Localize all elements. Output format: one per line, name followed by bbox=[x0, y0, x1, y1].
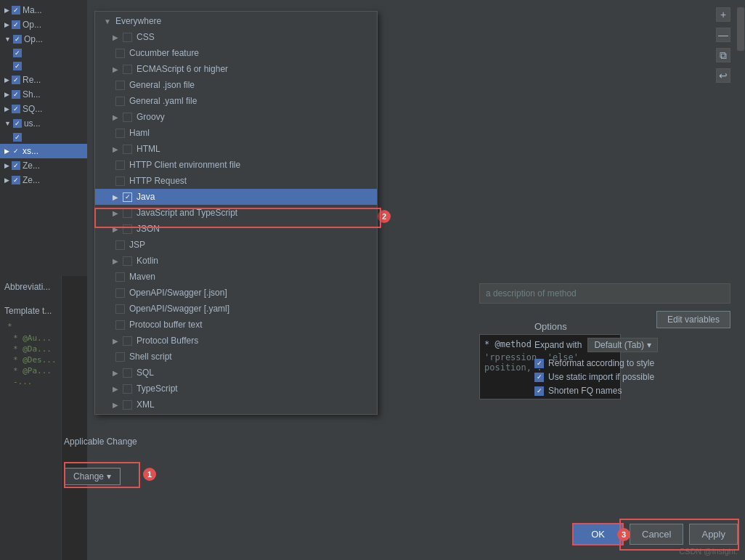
checkbox-us[interactable]: ✓ bbox=[13, 119, 22, 128]
dropdown-item-xml[interactable]: ▶ XML bbox=[95, 397, 377, 413]
dropdown-item-json-type[interactable]: ▶ JSON bbox=[95, 221, 377, 237]
dropdown-item-groovy[interactable]: ▶ Groovy bbox=[95, 109, 377, 125]
checkbox-css[interactable] bbox=[123, 33, 132, 42]
expand-with-select[interactable]: Default (Tab) ▾ bbox=[587, 338, 658, 352]
checkbox-typescript[interactable] bbox=[123, 384, 132, 394]
checkbox-sql[interactable] bbox=[123, 368, 132, 378]
tree-item-ze2[interactable]: ▶ ✓ Ze... bbox=[0, 173, 87, 187]
dropdown-item-proto-text[interactable]: Protocol buffer text bbox=[95, 317, 377, 333]
checkbox-jsp[interactable] bbox=[115, 240, 125, 250]
checkbox-ze2[interactable]: ✓ bbox=[12, 176, 20, 184]
checkbox-ze1[interactable]: ✓ bbox=[12, 161, 20, 170]
dropdown-header-item[interactable]: ▼ Everywhere bbox=[95, 13, 377, 29]
change-button[interactable]: Change ▾ bbox=[64, 468, 121, 485]
apply-button[interactable]: Apply bbox=[689, 524, 738, 545]
reformat-row: ✓ Reformat according to style bbox=[534, 358, 730, 368]
tree-item-sq[interactable]: ▶ ✓ SQ... bbox=[0, 102, 87, 116]
checkbox-op1[interactable]: ✓ bbox=[12, 20, 20, 29]
tree-item-sub1[interactable]: ✓ bbox=[0, 46, 87, 60]
reformat-checkbox[interactable]: ✓ bbox=[534, 359, 544, 368]
expand-icon: ▶ bbox=[113, 33, 118, 41]
checkbox-proto-text[interactable] bbox=[115, 320, 125, 330]
checkbox-openapi-yaml[interactable] bbox=[115, 304, 125, 314]
dropdown-item-maven[interactable]: Maven bbox=[95, 269, 377, 285]
checkbox-maven[interactable] bbox=[115, 272, 125, 282]
checkbox-op2[interactable]: ✓ bbox=[13, 35, 22, 44]
dropdown-item-openapi-json[interactable]: OpenAPI/Swagger [.json] bbox=[95, 285, 377, 301]
dropdown-item-jsp[interactable]: JSP bbox=[95, 237, 377, 253]
dropdown-item-css[interactable]: ▶ CSS bbox=[95, 29, 377, 45]
scrollbar-thumb[interactable] bbox=[737, 7, 744, 51]
checkbox-shell[interactable] bbox=[115, 352, 125, 362]
dropdown-item-kotlin[interactable]: ▶ Kotlin bbox=[95, 253, 377, 269]
dropdown-item-openapi-yaml[interactable]: OpenAPI/Swagger [.yaml] bbox=[95, 301, 377, 317]
dropdown-item-json[interactable]: General .json file bbox=[95, 77, 377, 93]
dropdown-item-sql[interactable]: ▶ SQL bbox=[95, 365, 377, 381]
dropdown-item-haml[interactable]: Haml bbox=[95, 125, 377, 141]
checkbox-js-ts[interactable] bbox=[123, 208, 132, 218]
checkbox-proto-buffers[interactable] bbox=[123, 336, 132, 346]
dropdown-item-cucumber[interactable]: Cucumber feature bbox=[95, 45, 377, 61]
checkbox-re[interactable]: ✓ bbox=[12, 76, 20, 84]
dropdown-item-proto-buffers[interactable]: ▶ Protocol Buffers bbox=[95, 333, 377, 349]
tree-item-sub2[interactable]: ✓ bbox=[0, 60, 87, 73]
checkbox-http-env[interactable] bbox=[115, 161, 125, 170]
static-import-checkbox[interactable]: ✓ bbox=[534, 373, 544, 382]
checkbox-yaml-file[interactable] bbox=[115, 97, 125, 106]
checkbox-groovy[interactable] bbox=[123, 113, 132, 122]
checkbox-http-req[interactable] bbox=[115, 176, 125, 186]
dropdown-item-js-ts[interactable]: ▶ JavaScript and TypeScript bbox=[95, 205, 377, 221]
checkbox-sub2[interactable]: ✓ bbox=[13, 62, 22, 70]
shorten-fq-checkbox[interactable]: ✓ bbox=[534, 386, 544, 396]
checkbox-kotlin[interactable] bbox=[123, 256, 132, 266]
dropdown-item-http-env[interactable]: HTTP Client environment file bbox=[95, 157, 377, 173]
dropdown-label-groovy: Groovy bbox=[137, 112, 165, 122]
expand-icon: ▶ bbox=[113, 113, 118, 121]
copy-button[interactable]: ⧉ bbox=[716, 48, 730, 62]
tree-item-op1[interactable]: ▶ ✓ Op... bbox=[0, 17, 87, 32]
checkbox-us-sub[interactable]: ✓ bbox=[13, 133, 22, 142]
dropdown-item-http-req[interactable]: HTTP Request bbox=[95, 173, 377, 189]
checkbox-json-type[interactable] bbox=[123, 224, 132, 234]
tree-item-ma[interactable]: ▶ ✓ Ma... bbox=[0, 3, 87, 17]
tree-item-re[interactable]: ▶ ✓ Re... bbox=[0, 73, 87, 87]
checkbox-openapi-json[interactable] bbox=[115, 288, 125, 298]
tree-item-ze1[interactable]: ▶ ✓ Ze... bbox=[0, 158, 87, 173]
tree-item-xs[interactable]: ▶ ✓ xs... bbox=[0, 144, 87, 158]
dropdown-item-ecma[interactable]: ▶ ECMAScript 6 or higher bbox=[95, 61, 377, 77]
expand-with-value: Default (Tab) bbox=[594, 340, 644, 350]
checkbox-haml[interactable] bbox=[115, 129, 125, 138]
checkbox-ecma[interactable] bbox=[123, 65, 132, 74]
tree-item-us-sub[interactable]: ✓ bbox=[0, 131, 87, 144]
checkbox-json-file[interactable] bbox=[115, 81, 125, 90]
tree-item-sh[interactable]: ▶ ✓ Sh... bbox=[0, 87, 87, 102]
add-button[interactable]: + bbox=[716, 7, 730, 22]
dropdown-label-proto-text: Protocol buffer text bbox=[129, 320, 203, 330]
top-toolbar: + — ⧉ ↩ bbox=[716, 7, 730, 83]
checkbox-cucumber[interactable] bbox=[115, 49, 125, 58]
expand-arrow: ▶ bbox=[4, 91, 9, 98]
dropdown-label-json-type: JSON bbox=[137, 224, 160, 234]
ok-button[interactable]: OK bbox=[572, 523, 624, 545]
scrollbar[interactable] bbox=[735, 0, 745, 276]
dropdown-item-typescript[interactable]: ▶ TypeScript bbox=[95, 381, 377, 397]
checkbox-html[interactable] bbox=[123, 145, 132, 154]
dropdown-label-css: CSS bbox=[137, 32, 155, 42]
tree-item-us[interactable]: ▼ ✓ us... bbox=[0, 116, 87, 131]
checkbox-xs[interactable]: ✓ bbox=[12, 147, 20, 155]
expand-arrow: ▶ bbox=[4, 76, 9, 84]
dropdown-item-yaml[interactable]: General .yaml file bbox=[95, 93, 377, 109]
dropdown-item-shell[interactable]: Shell script bbox=[95, 349, 377, 365]
checkbox-java[interactable]: ✓ bbox=[123, 192, 132, 202]
checkbox-xml[interactable] bbox=[123, 400, 132, 410]
checkbox-ma[interactable]: ✓ bbox=[12, 6, 20, 15]
undo-button[interactable]: ↩ bbox=[716, 68, 730, 83]
checkbox-sh[interactable]: ✓ bbox=[12, 90, 20, 99]
checkbox-sq[interactable]: ✓ bbox=[12, 105, 20, 113]
remove-button[interactable]: — bbox=[716, 28, 730, 42]
cancel-button[interactable]: Cancel bbox=[630, 524, 683, 545]
checkbox-sub1[interactable]: ✓ bbox=[13, 49, 22, 57]
dropdown-item-java[interactable]: ▶ ✓ Java bbox=[95, 189, 377, 205]
tree-item-op2[interactable]: ▼ ✓ Op... bbox=[0, 32, 87, 46]
dropdown-item-html[interactable]: ▶ HTML bbox=[95, 141, 377, 157]
